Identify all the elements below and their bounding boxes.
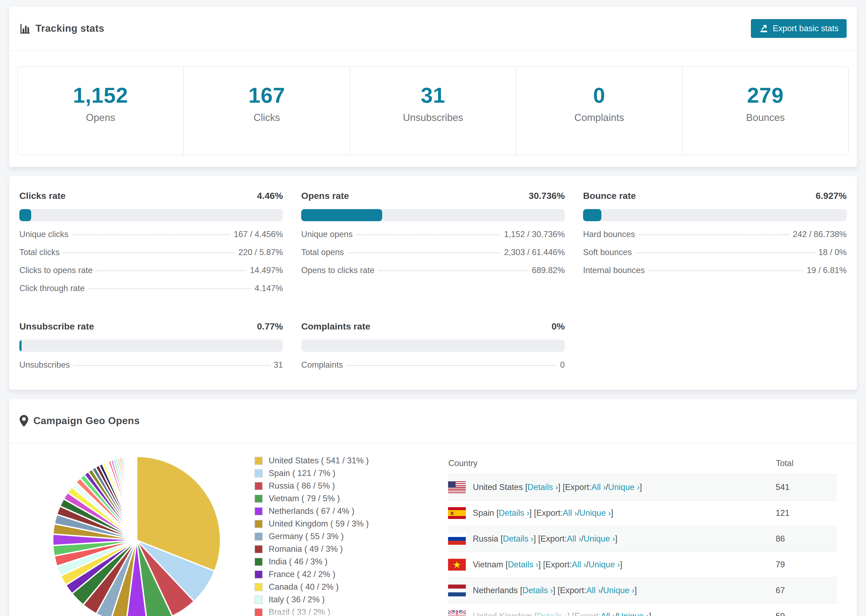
legend-item-romania[interactable]: Romania ( 49 / 3% ): [254, 544, 405, 554]
export-unique-link[interactable]: Unique ›: [589, 560, 620, 569]
dotted-leader: [356, 234, 500, 235]
export-unique-link[interactable]: Unique ›: [608, 482, 639, 492]
tracking-stats-card: Tracking stats Export basic stats 1,152O…: [9, 6, 857, 167]
rate-stat-row: Clicks to opens rate14.497%: [19, 266, 283, 275]
flag-united-kingdom: [448, 610, 466, 616]
rate-panel-complaints-rate: Complaints rate0%Complaints0: [301, 321, 565, 370]
rate-stat-label: Hard bounces: [583, 229, 635, 239]
rate-stat-value: 18 / 0%: [819, 248, 847, 257]
legend-swatch: [254, 570, 263, 579]
stat-value: 0: [516, 83, 682, 108]
dotted-leader: [378, 270, 528, 271]
legend-item-canada[interactable]: Canada ( 40 / 2% ): [254, 582, 405, 592]
details-link[interactable]: Details ›: [522, 586, 553, 595]
details-link[interactable]: Details ›: [527, 482, 558, 492]
export-unique-link[interactable]: Unique ›: [579, 508, 611, 518]
legend-label: Spain ( 121 / 7% ): [269, 468, 335, 478]
export-all-link[interactable]: All ›: [567, 534, 581, 544]
rate-stat-label: Clicks to opens rate: [19, 266, 93, 275]
column-header-total: Total: [776, 453, 837, 475]
export-all-link[interactable]: All ›: [563, 508, 577, 518]
dotted-leader: [88, 288, 251, 289]
rate-progress-fill: [19, 340, 22, 352]
geo-opens-card: Campaign Geo Opens United States ( 541 /…: [9, 399, 857, 616]
geo-content: United States ( 541 / 31% )Spain ( 121 /…: [9, 443, 857, 616]
stat-value: 279: [683, 83, 848, 108]
rate-stat-value: 4.147%: [255, 284, 283, 293]
rate-progress-bar: [19, 209, 283, 221]
legend-item-united-kingdom[interactable]: United Kingdom ( 59 / 3% ): [254, 519, 405, 529]
page: Tracking stats Export basic stats 1,152O…: [0, 0, 866, 616]
country-name: Russia: [473, 534, 498, 544]
legend-item-germany[interactable]: Germany ( 55 / 3% ): [254, 532, 405, 541]
legend-item-india[interactable]: India ( 46 / 3% ): [254, 557, 405, 567]
geo-table-row-spain: Spain [Details ›] [Export: All › / Uniqu…: [448, 500, 837, 526]
rate-stat-value: 167 / 4.456%: [234, 229, 283, 239]
legend-item-vietnam[interactable]: Vietnam ( 79 / 5% ): [254, 494, 405, 503]
rate-title: Opens rate: [301, 190, 349, 201]
legend-swatch: [254, 545, 263, 553]
export-all-link[interactable]: All ›: [601, 611, 615, 616]
legend-item-united-states[interactable]: United States ( 541 / 31% ): [254, 456, 405, 465]
geo-table-row-vietnam: Vietnam [Details ›] [Export: All › / Uni…: [448, 552, 837, 578]
legend-item-brazil[interactable]: Brazil ( 33 / 2% ): [254, 607, 405, 616]
export-unique-link[interactable]: Unique ›: [584, 534, 615, 544]
legend-item-russia[interactable]: Russia ( 86 / 5% ): [254, 481, 405, 491]
stat-label: Complaints: [516, 112, 682, 123]
dotted-leader: [74, 365, 270, 366]
rate-stat-value: 2,303 / 61.446%: [504, 248, 565, 257]
rate-stat-label: Internal bounces: [583, 266, 645, 275]
legend-label: India ( 46 / 3% ): [269, 557, 328, 567]
details-link[interactable]: Details ›: [537, 611, 567, 616]
rate-value: 4.46%: [257, 190, 283, 201]
country-total: 67: [776, 578, 837, 603]
rate-stat-row: Click through rate4.147%: [19, 284, 283, 293]
stat-cell-unsubscribes: 31Unsubscribes: [350, 67, 516, 154]
legend-item-italy[interactable]: Italy ( 36 / 2% ): [254, 595, 405, 605]
legend-swatch: [254, 469, 263, 478]
export-all-link[interactable]: All ›: [591, 482, 606, 492]
rate-value: 30.736%: [529, 190, 565, 201]
rate-stat-row: Internal bounces19 / 6.81%: [583, 266, 847, 275]
legend-swatch: [254, 608, 263, 616]
geo-table-row-russia: Russia [Details ›] [Export: All › / Uniq…: [448, 526, 837, 552]
rate-stat-label: Unique opens: [301, 229, 353, 239]
flag-us: [448, 481, 466, 493]
rate-stat-row: Unsubscribes31: [19, 360, 283, 370]
geo-opens-title: Campaign Geo Opens: [33, 415, 140, 426]
dotted-leader: [96, 270, 246, 271]
export-all-link[interactable]: All ›: [586, 586, 601, 595]
legend-label: Russia ( 86 / 5% ): [269, 481, 335, 491]
export-basic-stats-button[interactable]: Export basic stats: [751, 19, 847, 38]
export-unique-link[interactable]: Unique ›: [603, 586, 635, 595]
rate-progress-bar: [583, 209, 847, 221]
legend-item-france[interactable]: France ( 42 / 2% ): [254, 569, 405, 579]
country-name: Netherlands: [473, 586, 518, 595]
pie-slice[interactable]: [136, 456, 137, 540]
rate-value: 0.77%: [257, 321, 283, 332]
details-link[interactable]: Details ›: [508, 560, 538, 569]
country-total: 79: [776, 552, 837, 578]
export-all-link[interactable]: All ›: [572, 560, 586, 569]
dotted-leader: [72, 234, 230, 235]
rate-value: 6.927%: [816, 190, 847, 201]
legend-item-spain[interactable]: Spain ( 121 / 7% ): [254, 468, 405, 478]
rate-panel-clicks-rate: Clicks rate4.46%Unique clicks167 / 4.456…: [19, 190, 283, 293]
rate-progress-bar: [301, 209, 565, 221]
geo-pie-chart: [50, 454, 223, 616]
country-name: United States: [473, 482, 523, 492]
legend-swatch: [254, 507, 263, 515]
export-unique-link[interactable]: Unique ›: [617, 611, 649, 616]
legend-swatch: [254, 457, 263, 465]
legend-label: France ( 42 / 2% ): [269, 569, 335, 579]
country-total: 86: [776, 526, 837, 552]
legend-swatch: [254, 533, 263, 541]
details-link[interactable]: Details ›: [503, 534, 534, 544]
country-name: Vietnam: [473, 560, 503, 569]
legend-item-netherlands[interactable]: Netherlands ( 67 / 4% ): [254, 506, 405, 516]
stat-cell-bounces: 279Bounces: [683, 67, 848, 154]
rate-stat-label: Opens to clicks rate: [301, 266, 375, 275]
details-link[interactable]: Details ›: [499, 508, 529, 518]
legend-label: United States ( 541 / 31% ): [269, 456, 369, 465]
rate-stat-row: Soft bounces18 / 0%: [583, 248, 847, 257]
